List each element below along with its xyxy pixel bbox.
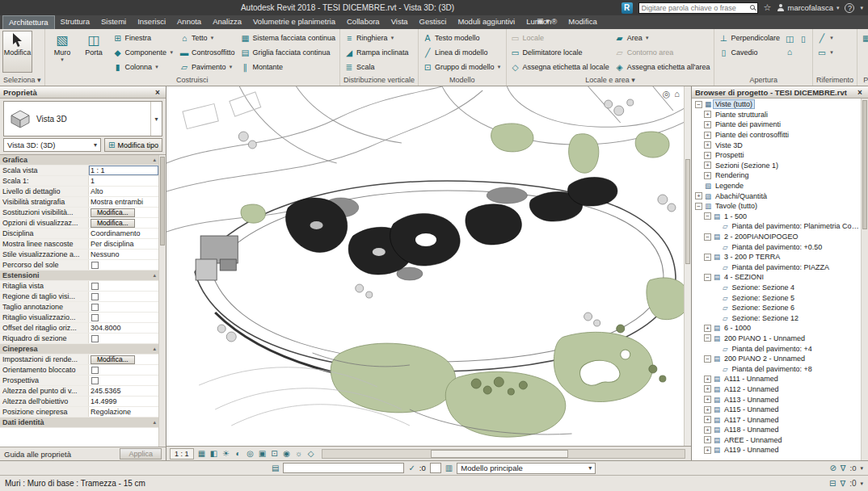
- tree-item[interactable]: − ▤ 3 - 200 P TERRA: [692, 252, 861, 262]
- tree-item[interactable]: ▧ Legende: [692, 181, 861, 191]
- collapse-icon[interactable]: −: [695, 101, 702, 108]
- ribbon-tab[interactable]: Analizza: [207, 15, 247, 29]
- property-value-cell[interactable]: Modifica...: [89, 208, 158, 217]
- active-workset-field[interactable]: [283, 463, 404, 473]
- door-tool[interactable]: ◫ Porta: [79, 31, 109, 73]
- ribbon-tab[interactable]: Sistemi: [95, 15, 132, 29]
- tree-item[interactable]: + Piante strutturali: [692, 110, 861, 120]
- tree-item[interactable]: + ▤ A118 - Unnamed: [692, 425, 861, 435]
- expand-icon[interactable]: +: [704, 172, 711, 179]
- modify-value-button[interactable]: Modifica...: [91, 219, 135, 228]
- property-section-header[interactable]: Estensioni ▴: [0, 271, 158, 280]
- expand-icon[interactable]: +: [704, 396, 711, 403]
- workset-toggle-box[interactable]: [430, 463, 441, 473]
- property-checkbox[interactable]: [91, 283, 99, 290]
- wall-opening-icon[interactable]: ◫: [784, 33, 795, 44]
- design-option-select[interactable]: Modello principale ▾: [457, 463, 596, 474]
- property-value-cell[interactable]: Per disciplina: [89, 239, 158, 249]
- scrollbar-thumb[interactable]: [862, 100, 867, 229]
- ramp-tool[interactable]: ◢ Rampa inclinata: [343, 45, 411, 59]
- reference-line-tool[interactable]: ╱ ▼: [815, 31, 836, 44]
- property-value-cell[interactable]: 245.5365: [89, 386, 158, 396]
- tree-item[interactable]: ▱ Sezione: Sezione 12: [692, 313, 861, 323]
- tree-item[interactable]: + Prospetti: [692, 150, 861, 161]
- property-checkbox[interactable]: [91, 262, 99, 269]
- wall-tool[interactable]: ▧ Muro ▼: [48, 31, 78, 73]
- tree-item[interactable]: + ▤ A115 - Unnamed: [692, 405, 861, 415]
- ribbon-tab[interactable]: Modifica: [563, 15, 602, 29]
- tree-item[interactable]: + ▤ A119 - Unnamed: [692, 445, 861, 455]
- scrollbar-thumb[interactable]: [685, 159, 690, 264]
- help-menu-chevron-icon[interactable]: ▾: [860, 5, 863, 11]
- tree-item[interactable]: ▱ Sezione: Sezione 6: [692, 303, 861, 313]
- chevron-down-icon[interactable]: ▾: [860, 481, 863, 487]
- property-value-cell[interactable]: 1: [89, 176, 158, 186]
- type-selector-chevron-icon[interactable]: ▾: [150, 102, 162, 136]
- ribbon-options-icon[interactable]: ▣: [537, 17, 544, 25]
- properties-scrollbar[interactable]: [158, 155, 166, 447]
- roof-tool[interactable]: ⌂ Tetto ▼: [178, 31, 236, 44]
- tree-item[interactable]: + ▤ AREE - Unnamed: [692, 435, 861, 446]
- tree-item[interactable]: + Piante dei controsoffitti: [692, 130, 861, 141]
- property-value-cell[interactable]: [89, 334, 158, 343]
- modify-tool-button[interactable]: Modifica: [2, 31, 32, 73]
- expand-icon[interactable]: +: [704, 436, 711, 443]
- close-icon[interactable]: ×: [855, 88, 865, 97]
- tree-item[interactable]: + ▤ A112 - Unnamed: [692, 384, 861, 395]
- sun-path-icon[interactable]: ☀: [221, 448, 232, 460]
- reference-plane-tool[interactable]: ▭ ▼: [815, 45, 836, 59]
- property-value-cell[interactable]: Alto: [89, 187, 158, 196]
- property-value-cell[interactable]: Modifica...: [89, 355, 158, 364]
- area-boundary-tool[interactable]: ▱ Contorno area: [613, 45, 712, 59]
- scrollbar-thumb[interactable]: [431, 450, 568, 458]
- navigation-wheel-icon[interactable]: ◎: [663, 89, 671, 99]
- component-tool[interactable]: ◆ Componente ▼: [112, 45, 176, 59]
- collapse-icon[interactable]: −: [704, 334, 711, 342]
- home-icon[interactable]: ⌂: [674, 89, 680, 99]
- show-crop-region-icon[interactable]: ⊡: [269, 448, 280, 460]
- tree-item[interactable]: ▱ Sezione: Sezione 5: [692, 292, 861, 303]
- tree-item[interactable]: ▱ Sezione: Sezione 4: [692, 283, 861, 293]
- search-icon[interactable]: [750, 5, 755, 10]
- filter-icon[interactable]: ∇: [841, 464, 846, 472]
- browser-scrollbar[interactable]: [861, 99, 868, 460]
- railing-tool[interactable]: ≡ Ringhiera ▼: [343, 31, 411, 44]
- ribbon-tab[interactable]: Inserisci: [132, 15, 171, 29]
- expand-icon[interactable]: +: [704, 385, 711, 392]
- collapse-icon[interactable]: −: [704, 212, 711, 220]
- tree-item[interactable]: − ▤ 4 - SEZIONI: [692, 272, 861, 283]
- ceiling-tool[interactable]: ▬ Controsoffitto: [178, 45, 236, 59]
- tree-item[interactable]: − ▤ 1 - 500: [692, 212, 861, 222]
- close-icon[interactable]: ×: [153, 88, 162, 97]
- tree-item[interactable]: ▱ Pianta del pavimento: +0.50: [692, 241, 861, 252]
- expand-icon[interactable]: +: [704, 325, 711, 332]
- expand-icon[interactable]: +: [695, 192, 702, 199]
- rendering-dialog-icon[interactable]: ◎: [245, 448, 256, 460]
- stair-tool[interactable]: ≣ Scala: [343, 60, 411, 73]
- ribbon-tab[interactable]: Architettura: [2, 15, 55, 29]
- ribbon-tab[interactable]: Collabora: [341, 15, 386, 29]
- collapse-icon[interactable]: −: [695, 203, 702, 210]
- ribbon-tab[interactable]: Moduli aggiuntivi: [452, 15, 520, 29]
- tree-item[interactable]: − ▤ 200 PIANO 2 - Unnamed: [692, 354, 861, 364]
- tree-item[interactable]: ▱ Pianta del pavimento: +4: [692, 343, 861, 354]
- property-section-header[interactable]: Grafica ▴: [0, 155, 158, 165]
- ribbon-tab[interactable]: Annota: [171, 15, 207, 29]
- locked-3d-view-icon[interactable]: ◇: [305, 448, 317, 460]
- edit-type-button[interactable]: ⊞ Modifica tipo: [104, 138, 162, 152]
- account-menu[interactable]: marcofalasca ▾: [777, 3, 839, 12]
- property-value-cell[interactable]: Modifica...: [89, 218, 158, 228]
- tree-item[interactable]: − ▥ Tavole (tutto): [692, 201, 861, 212]
- model-line-tool[interactable]: ╱ Linea di modello: [421, 45, 504, 59]
- scale-control[interactable]: 1 : 1: [170, 448, 194, 460]
- curtain-grid-tool[interactable]: ▤ Griglia facciata continua: [238, 45, 337, 59]
- modify-value-button[interactable]: Modifica...: [91, 355, 135, 364]
- property-value-cell[interactable]: Regolazione: [89, 407, 158, 417]
- editable-only-icon[interactable]: ⊟: [829, 479, 836, 488]
- property-value-cell[interactable]: [89, 302, 158, 312]
- property-value-cell[interactable]: Mostra entrambi: [89, 197, 158, 207]
- room-separator-tool[interactable]: ▭ Delimitatore locale: [509, 45, 611, 59]
- tree-item[interactable]: − ▤ 200 PIANO 1 - Unnamed: [692, 334, 861, 344]
- expand-icon[interactable]: +: [704, 121, 711, 128]
- detail-level-icon[interactable]: ▦: [196, 448, 208, 460]
